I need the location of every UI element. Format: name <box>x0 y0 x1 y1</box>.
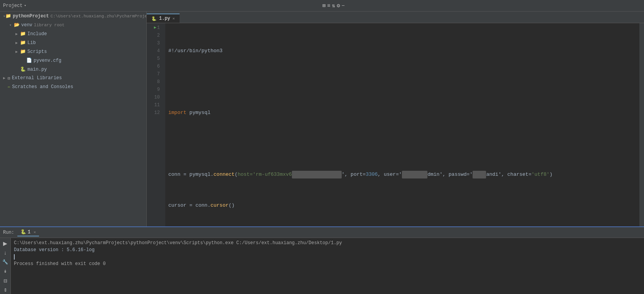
editor-scrollbar[interactable] <box>639 23 644 226</box>
code-line-3: import pymysql <box>168 109 639 117</box>
code-line-5: conn = pymysql.connect(host='rm-uf633mxv… <box>168 171 639 178</box>
grid-icon[interactable]: ⊞ <box>322 2 325 9</box>
code-editor[interactable]: ▶ 1 2 3 4 5 6 7 8 9 10 11 12 #!/usr/bin/… <box>147 23 644 226</box>
run-label: Run: <box>3 230 14 235</box>
chevron-down-icon: ▾ <box>24 3 26 8</box>
run-content: ▶ ↓ 🔧 ↡ ⊟ ⇕ C:\Users\ext.huaxiang.zhu\Py… <box>0 238 644 294</box>
tab-1py[interactable]: 🐍 1.py ✕ <box>147 14 180 23</box>
sidebar-item-scripts[interactable]: ▶ 📁 Scripts <box>0 47 146 56</box>
run-output-cursor-line <box>14 253 641 260</box>
tab-close-icon[interactable]: ✕ <box>173 16 175 21</box>
venv-label: venv <box>21 22 32 28</box>
stop-button[interactable]: ⊟ <box>1 277 10 285</box>
sidebar-item-venv[interactable]: ▾ 📂 venv library root <box>0 20 146 29</box>
code-line-1: #!/usr/bin/python3 <box>168 47 639 55</box>
pin-button[interactable]: ↡ <box>1 268 10 275</box>
line-num-1: ▶ 1 <box>147 24 162 32</box>
gear-icon[interactable]: ⚙ <box>337 2 340 9</box>
line-numbers: ▶ 1 2 3 4 5 6 7 8 9 10 11 12 <box>147 23 165 226</box>
project-name: pythonProject <box>13 14 49 19</box>
editor-tabs: 🐍 1.py ✕ <box>147 12 644 23</box>
tab-label: 1.py <box>159 16 170 21</box>
run-panel-header: Run: 🐍 1 ✕ <box>0 227 644 238</box>
run-toolbar: ▶ ↓ 🔧 ↡ ⊟ ⇕ <box>0 238 11 294</box>
blurred-pass <box>473 171 486 178</box>
venv-sublabel: library root <box>34 23 64 27</box>
editor-area: 🐍 1.py ✕ ▶ 1 2 3 4 5 6 7 8 9 10 <box>147 12 644 226</box>
line-num-4: 4 <box>147 47 162 55</box>
sort-icon[interactable]: ⇅ <box>332 2 335 9</box>
run-button[interactable]: ▶ <box>1 240 10 247</box>
main-layout: ▾ 📁 pythonProject C:\Users\ext.huaxiang.… <box>0 12 644 226</box>
line-num-3: 3 <box>147 39 162 47</box>
minus-icon[interactable]: − <box>342 3 345 9</box>
project-label: Project <box>3 3 22 8</box>
run-output-path: C:\Users\ext.huaxiang.zhu\PycharmProject… <box>14 240 641 246</box>
sidebar-item-lib[interactable]: ▶ 📁 Lib <box>0 38 146 47</box>
line-num-7: 7 <box>147 70 162 78</box>
run-output-result: Database version : 5.6.16-log <box>14 246 641 253</box>
sidebar-item-pyvenv[interactable]: ▶ 📄 pyvenv.cfg <box>0 56 146 65</box>
blurred-host <box>292 171 342 178</box>
tab-python-icon: 🐍 <box>151 16 157 21</box>
line-num-6: 6 <box>147 63 162 70</box>
code-content[interactable]: #!/usr/bin/python3 import pymysql conn =… <box>165 23 639 226</box>
sidebar: ▾ 📁 pythonProject C:\Users\ext.huaxiang.… <box>0 12 147 226</box>
code-line-4 <box>168 140 639 148</box>
python-run-icon: 🐍 <box>20 229 26 235</box>
line-num-10: 10 <box>147 93 162 101</box>
project-path: C:\Users\ext.huaxiang.zhu\PycharmProject… <box>51 14 146 19</box>
line-num-12: 12 <box>147 109 162 117</box>
pyvenv-label: pyvenv.cfg <box>34 58 61 63</box>
scratches-label: Scratches and Consoles <box>12 84 73 90</box>
ext-lib-label: External Libraries <box>12 75 62 81</box>
sidebar-item-include[interactable]: ▶ 📁 Include <box>0 29 146 38</box>
run-output-exit: Process finished with exit code 0 <box>14 260 641 267</box>
run-cursor <box>14 254 15 260</box>
sidebar-item-scratches[interactable]: ▶ ✏ Scratches and Consoles <box>0 82 146 91</box>
line-num-5: 5 <box>147 55 162 63</box>
lib-label: Lib <box>27 40 36 46</box>
project-dropdown[interactable]: Project ▾ <box>3 3 26 8</box>
sidebar-item-external-libraries[interactable]: ▶ ⊟ External Libraries <box>0 74 146 82</box>
scroll-down-button[interactable]: ↓ <box>1 249 10 257</box>
expand-button[interactable]: ⇕ <box>1 286 10 294</box>
title-bar-center: ⊞ ≡ ⇅ ⚙ − <box>322 2 345 9</box>
title-bar-left: Project ▾ <box>3 3 26 8</box>
run-tab-1[interactable]: 🐍 1 ✕ <box>17 228 39 236</box>
sidebar-item-mainpy[interactable]: ▶ 🐍 main.py <box>0 65 146 74</box>
run-tab-label: 1 <box>28 229 31 235</box>
title-bar: Project ▾ ⊞ ≡ ⇅ ⚙ − <box>0 0 644 12</box>
code-line-2 <box>168 78 639 86</box>
line-num-11: 11 <box>147 101 162 109</box>
wrench-button[interactable]: 🔧 <box>1 258 10 266</box>
line-num-8: 8 <box>147 78 162 86</box>
run-panel: Run: 🐍 1 ✕ ▶ ↓ 🔧 ↡ ⊟ ⇕ C:\Users\ext.huax… <box>0 226 644 294</box>
run-output: C:\Users\ext.huaxiang.zhu\PycharmProject… <box>11 238 644 294</box>
list-icon[interactable]: ≡ <box>327 3 330 9</box>
include-label: Include <box>27 31 47 37</box>
blurred-user <box>402 171 427 178</box>
mainpy-label: main.py <box>27 67 47 72</box>
code-line-6: cursor = conn.cursor() <box>168 202 639 209</box>
scripts-label: Scripts <box>27 49 47 54</box>
sidebar-item-pythonproject[interactable]: ▾ 📁 pythonProject C:\Users\ext.huaxiang.… <box>0 12 146 20</box>
line-num-2: 2 <box>147 32 162 39</box>
line-num-9: 9 <box>147 86 162 93</box>
run-tab-close-icon[interactable]: ✕ <box>34 230 36 235</box>
